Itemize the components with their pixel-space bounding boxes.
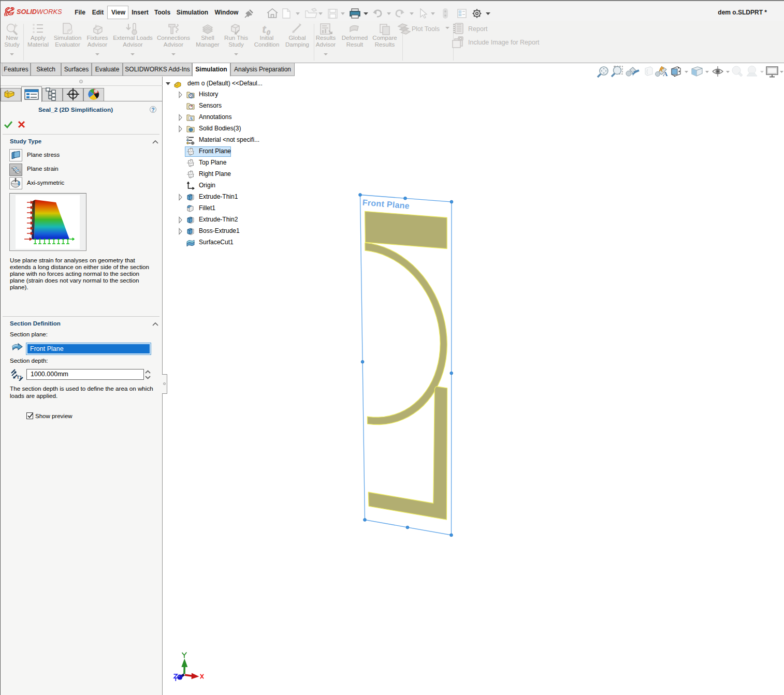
svg-text:A: A: [190, 116, 193, 121]
svg-text:t: t: [263, 22, 266, 35]
svg-text:Front Plane: Front Plane: [362, 198, 410, 211]
svg-text:A: A: [663, 70, 668, 78]
svg-text:T1: T1: [17, 375, 22, 380]
